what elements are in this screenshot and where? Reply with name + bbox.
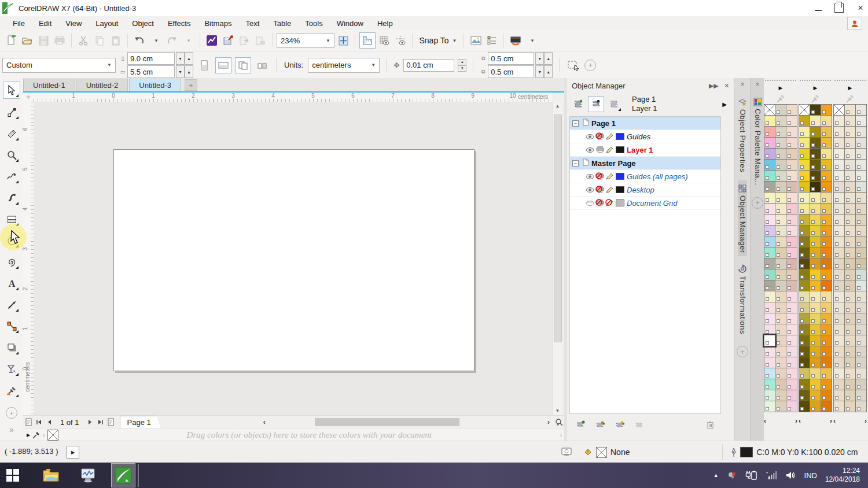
color-swatch[interactable] xyxy=(786,302,797,313)
polygon-tool[interactable] xyxy=(3,254,20,270)
color-swatch[interactable] xyxy=(786,192,797,204)
color-swatch[interactable] xyxy=(775,126,786,138)
color-swatch[interactable] xyxy=(810,291,821,302)
document-palette-eyedropper-icon[interactable] xyxy=(32,431,41,439)
color-swatch[interactable] xyxy=(799,247,810,258)
menu-window[interactable]: Window xyxy=(330,17,370,29)
palette-scroll-up-button[interactable]: ‹ xyxy=(799,417,801,425)
color-swatch[interactable] xyxy=(764,346,775,357)
vertical-scrollbar-thumb[interactable] xyxy=(554,114,562,342)
layer-tree-layer-row[interactable]: Layer 1 xyxy=(570,143,720,157)
color-swatch[interactable] xyxy=(775,401,786,412)
color-swatch[interactable] xyxy=(844,115,856,127)
layer-tree-page-row[interactable]: –Page 1 xyxy=(570,117,720,130)
palette-eyedropper-icon[interactable] xyxy=(811,92,819,105)
color-swatch[interactable] xyxy=(786,379,797,390)
new-layer-button[interactable] xyxy=(573,417,588,432)
minimize-button[interactable] xyxy=(815,6,822,11)
duplicate-y-field[interactable]: 0.5 cm xyxy=(488,65,534,78)
export-button[interactable] xyxy=(237,33,252,48)
color-swatch[interactable] xyxy=(764,291,775,302)
color-swatch[interactable] xyxy=(764,269,775,280)
color-swatch[interactable] xyxy=(764,203,775,215)
color-swatch[interactable] xyxy=(810,236,821,247)
redo-dropdown[interactable]: ▼ xyxy=(181,33,196,48)
color-swatch[interactable] xyxy=(786,401,797,412)
duplicate-x-field[interactable]: 0.5 cm xyxy=(488,52,534,65)
color-swatch[interactable] xyxy=(764,324,775,335)
color-swatch[interactable] xyxy=(833,302,845,313)
copy-button[interactable] xyxy=(92,33,107,48)
color-swatch[interactable] xyxy=(764,137,775,149)
color-swatch[interactable] xyxy=(799,291,810,302)
expander-icon[interactable]: – xyxy=(572,160,579,167)
color-swatch[interactable] xyxy=(799,390,810,401)
color-swatch[interactable] xyxy=(844,324,856,335)
layer-manager-view-button[interactable] xyxy=(606,97,621,112)
color-swatch[interactable] xyxy=(821,203,832,215)
first-page-button[interactable] xyxy=(34,417,44,427)
color-swatch[interactable] xyxy=(799,181,810,193)
scroll-right-button[interactable]: › xyxy=(543,417,554,427)
color-swatch[interactable] xyxy=(844,126,856,138)
color-swatch[interactable] xyxy=(833,390,845,401)
vertical-ruler[interactable]: centimeters 6543210 xyxy=(23,102,34,415)
color-swatch[interactable] xyxy=(821,192,832,204)
color-swatch[interactable] xyxy=(821,170,832,182)
color-swatch[interactable] xyxy=(833,379,845,390)
color-swatch[interactable] xyxy=(810,324,821,335)
color-swatch[interactable] xyxy=(833,115,845,127)
palette-strip-close-icon[interactable]: × xyxy=(755,80,759,90)
color-swatch[interactable] xyxy=(786,368,797,379)
color-swatch[interactable] xyxy=(810,401,821,412)
color-swatch[interactable] xyxy=(855,401,867,412)
color-swatch[interactable] xyxy=(844,214,856,225)
color-swatch[interactable] xyxy=(810,159,821,171)
color-swatch[interactable] xyxy=(786,126,797,138)
layer-tree-layer-row[interactable]: Guides (all pages) xyxy=(570,170,720,183)
color-swatch[interactable] xyxy=(833,203,845,215)
horizontal-ruler[interactable]: centimeters 1012345678910 xyxy=(34,93,551,102)
new-document-button[interactable] xyxy=(3,33,19,48)
transparency-tool[interactable] xyxy=(3,361,20,377)
color-swatch[interactable] xyxy=(786,357,797,368)
color-swatch[interactable] xyxy=(855,379,867,390)
horizontal-scrollbar-thumb[interactable] xyxy=(315,418,459,426)
color-swatch[interactable] xyxy=(844,313,856,324)
add-palette-button[interactable]: + xyxy=(752,197,763,209)
color-swatch[interactable] xyxy=(833,148,845,160)
color-swatch[interactable] xyxy=(833,181,845,193)
color-swatch[interactable] xyxy=(855,313,867,324)
fill-color-icon[interactable] xyxy=(583,448,593,457)
add-tool-button[interactable]: + xyxy=(6,407,17,419)
color-swatch[interactable] xyxy=(775,115,786,127)
color-swatch[interactable] xyxy=(855,225,867,236)
color-swatch[interactable] xyxy=(810,181,821,193)
color-swatch[interactable] xyxy=(855,115,867,127)
color-swatch[interactable] xyxy=(810,258,821,269)
connector-tool[interactable] xyxy=(3,318,20,334)
palette-eyedropper-icon[interactable] xyxy=(777,92,785,105)
document-no-color-swatch[interactable] xyxy=(47,430,58,441)
color-swatch[interactable] xyxy=(810,104,821,116)
landscape-button[interactable] xyxy=(215,57,231,73)
power-status-icon[interactable] xyxy=(745,470,758,480)
color-swatch[interactable] xyxy=(764,379,775,390)
start-button[interactable] xyxy=(0,463,25,488)
welcome-screen-button[interactable] xyxy=(468,33,483,48)
save-button[interactable] xyxy=(36,33,51,48)
color-swatch[interactable] xyxy=(810,269,821,280)
crop-tool[interactable] xyxy=(3,125,20,142)
color-swatch[interactable] xyxy=(833,269,845,280)
color-swatch[interactable] xyxy=(775,181,786,193)
color-swatch[interactable] xyxy=(786,225,797,236)
palette-flyout-arrow[interactable]: ▶ xyxy=(848,84,852,92)
color-swatch[interactable] xyxy=(810,346,821,357)
layer-color-chip[interactable] xyxy=(616,133,624,140)
color-swatch[interactable] xyxy=(786,313,797,324)
color-swatch[interactable] xyxy=(764,368,775,379)
color-swatch[interactable] xyxy=(775,214,786,225)
color-swatch[interactable] xyxy=(821,181,832,193)
color-swatch[interactable] xyxy=(833,357,845,368)
undo-dropdown[interactable]: ▼ xyxy=(148,33,163,48)
